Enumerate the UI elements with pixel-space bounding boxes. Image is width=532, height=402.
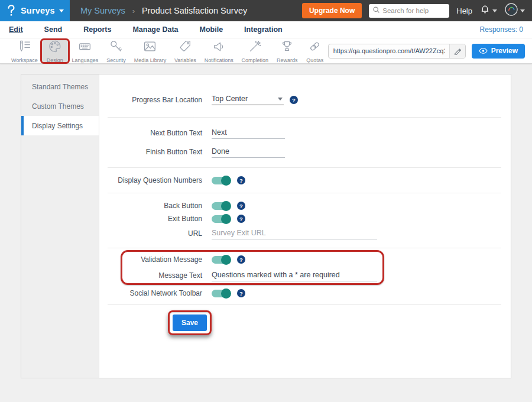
toolbar-item-completion[interactable]: Completion [238, 38, 273, 63]
avatar [504, 2, 518, 19]
toolbar-item-quotas[interactable]: Quotas [302, 38, 328, 63]
validation-message-label: Validation Message [108, 255, 202, 264]
finish-button-text-input[interactable] [212, 146, 285, 158]
chevron-down-icon [520, 9, 525, 12]
sidebar-item-custom-themes[interactable]: Custom Themes [21, 96, 99, 116]
toolbar-item-workspace[interactable]: Workspace [7, 38, 42, 63]
progress-bar-location-label: Progress Bar Location [108, 96, 202, 104]
variables-icon [178, 39, 193, 56]
toolbar-item-security[interactable]: Security [102, 38, 130, 63]
toolbar-item-languages[interactable]: Languages [68, 38, 102, 63]
toolbar-item-rewards[interactable]: Rewards [273, 38, 302, 63]
design-settings-panel: Standard Themes Custom Themes Display Se… [21, 74, 511, 378]
breadcrumb: My Surveys › Product Satisfaction Survey [80, 6, 247, 15]
chevron-down-icon [278, 98, 283, 100]
user-account-menu[interactable] [504, 2, 525, 19]
edit-toolbar: Workspace Design Languages [0, 38, 532, 64]
save-button[interactable]: Save [173, 315, 207, 331]
trophy-icon [280, 39, 294, 56]
display-question-numbers-toggle[interactable] [212, 177, 230, 184]
media-library-icon [142, 39, 157, 56]
pencil-icon [453, 47, 462, 55]
social-network-toolbar-label: Social Network Toolbar [108, 289, 202, 297]
validation-message-toggle[interactable] [212, 256, 230, 264]
survey-exit-url-input[interactable] [212, 228, 377, 239]
breadcrumb-separator: › [132, 7, 135, 15]
help-link[interactable]: Help [456, 7, 472, 15]
workspace-icon [17, 39, 32, 56]
main-area: Standard Themes Custom Themes Display Se… [0, 64, 532, 402]
notifications-bell-menu[interactable] [479, 4, 497, 18]
survey-url-input[interactable] [329, 47, 449, 54]
nav-tab-reports[interactable]: Reports [83, 25, 111, 34]
nav-tab-mobile[interactable]: Mobile [200, 25, 223, 34]
security-icon [109, 39, 124, 56]
help-icon[interactable]: ? [290, 96, 298, 104]
section-divider [108, 248, 501, 248]
back-button-toggle[interactable] [212, 202, 230, 210]
sidebar-item-display-settings[interactable]: Display Settings [21, 116, 99, 135]
upgrade-now-button[interactable]: Upgrade Now [302, 3, 362, 18]
page-title: Product Satisfaction Survey [142, 6, 247, 15]
sidebar-item-standard-themes[interactable]: Standard Themes [21, 77, 99, 96]
next-button-text-label: Next Button Text [108, 129, 202, 137]
chevron-down-icon [492, 9, 497, 12]
design-icon [47, 39, 62, 56]
section-divider [108, 167, 501, 168]
nav-tab-integration[interactable]: Integration [244, 25, 283, 34]
breadcrumb-my-surveys[interactable]: My Surveys [80, 6, 125, 15]
preview-button[interactable]: Preview [472, 44, 525, 59]
toolbar-item-media-library[interactable]: Media Library [130, 38, 170, 63]
finish-button-text-label: Finish Button Text [108, 148, 202, 156]
help-icon[interactable]: ? [237, 176, 245, 184]
survey-nav-bar: Edit Send Reports Manage Data Mobile Int… [0, 21, 532, 38]
survey-url-field [328, 44, 466, 59]
social-network-toolbar-toggle[interactable] [212, 290, 230, 297]
chain-links-icon [307, 39, 322, 56]
surveys-menu-label: Surveys [21, 6, 55, 15]
help-icon[interactable]: ? [237, 289, 245, 297]
megaphone-icon [212, 39, 226, 56]
help-icon[interactable]: ? [237, 255, 245, 264]
section-divider [108, 193, 501, 193]
display-question-numbers-label: Display Question Numbers [108, 176, 202, 184]
section-divider [108, 304, 501, 305]
help-icon[interactable]: ? [237, 202, 245, 210]
toolbar-item-notifications[interactable]: Notifications [200, 38, 238, 63]
help-icon[interactable]: ? [237, 215, 245, 223]
nav-tab-edit[interactable]: Edit [9, 25, 23, 34]
toolbar-item-variables[interactable]: Variables [170, 38, 200, 63]
search-input[interactable] [382, 7, 446, 14]
next-button-text-input[interactable] [212, 127, 285, 139]
search-icon [372, 5, 380, 16]
bell-icon [479, 4, 491, 18]
nav-tab-send[interactable]: Send [44, 25, 63, 34]
responses-count[interactable]: Responses: 0 [480, 25, 523, 34]
exit-url-label: URL [108, 229, 202, 238]
toolbar-item-design[interactable]: Design [42, 39, 68, 63]
display-settings-form: Progress Bar Location Top Center ? Next … [99, 74, 511, 378]
chevron-down-icon [59, 9, 64, 12]
magic-wand-icon [248, 39, 262, 56]
section-divider [108, 117, 501, 118]
edit-url-button[interactable] [449, 44, 465, 58]
nav-tab-manage-data[interactable]: Manage Data [132, 25, 178, 34]
back-button-label: Back Button [108, 202, 202, 210]
exit-button-label: Exit Button [108, 215, 202, 223]
message-text-input[interactable] [212, 270, 377, 281]
message-text-label: Message Text [108, 271, 202, 280]
progress-bar-location-select[interactable]: Top Center [212, 95, 284, 105]
validation-message-section: Validation Message ? Message Text [108, 255, 502, 281]
themes-sidebar: Standard Themes Custom Themes Display Se… [21, 74, 99, 378]
languages-icon [77, 39, 92, 56]
exit-button-toggle[interactable] [212, 215, 230, 223]
help-search-box[interactable] [369, 4, 449, 18]
questionpro-logo-icon [6, 5, 17, 17]
top-header: Surveys My Surveys › Product Satisfactio… [0, 0, 532, 21]
product-logo-menu[interactable]: Surveys [0, 0, 70, 21]
eye-icon [479, 47, 488, 54]
save-button-group: Save [173, 315, 207, 331]
